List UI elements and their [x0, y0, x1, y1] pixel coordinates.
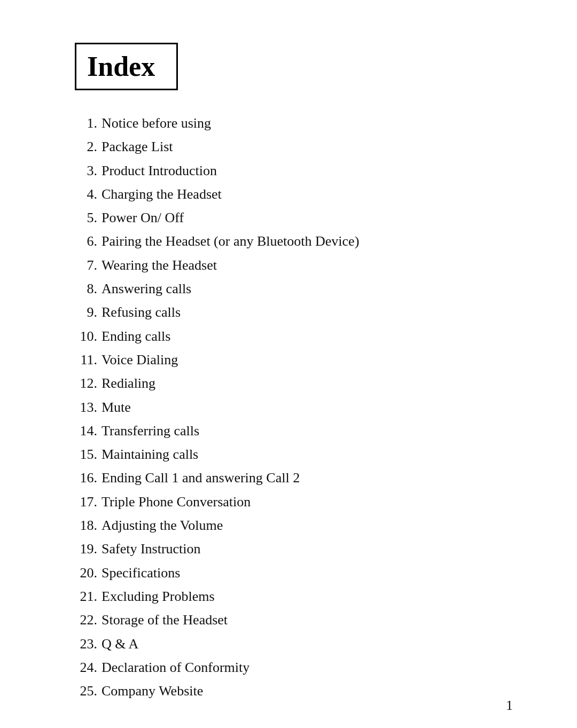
- list-item: 10.Ending calls: [75, 325, 513, 348]
- item-text: Package List: [102, 136, 173, 158]
- list-item: 15.Maintaining calls: [75, 443, 513, 466]
- item-number: 23.: [75, 633, 97, 655]
- item-number: 2.: [75, 136, 97, 158]
- list-item: 9.Refusing calls: [75, 301, 513, 324]
- index-list: 1.Notice before using2.Package List3.Pro…: [75, 112, 513, 703]
- item-number: 19.: [75, 538, 97, 560]
- item-text: Adjusting the Volume: [102, 515, 223, 536]
- item-text: Mute: [102, 397, 131, 418]
- list-item: 1.Notice before using: [75, 112, 513, 135]
- item-number: 7.: [75, 255, 97, 276]
- item-text: Wearing the Headset: [102, 255, 217, 276]
- item-text: Charging the Headset: [102, 184, 222, 205]
- item-number: 21.: [75, 586, 97, 607]
- list-item: 16.Ending Call 1 and answering Call 2: [75, 466, 513, 490]
- list-item: 18.Adjusting the Volume: [75, 514, 513, 537]
- item-number: 18.: [75, 515, 97, 536]
- item-number: 20.: [75, 562, 97, 584]
- item-text: Notice before using: [102, 113, 211, 134]
- item-text: Redialing: [102, 373, 155, 394]
- item-text: Power On/ Off: [102, 207, 184, 229]
- item-text: Product Introduction: [102, 160, 217, 182]
- list-item: 8.Answering calls: [75, 277, 513, 301]
- item-number: 25.: [75, 680, 97, 702]
- list-item: 22.Storage of the Headset: [75, 608, 513, 632]
- item-text: Maintaining calls: [102, 444, 198, 465]
- list-item: 11.Voice Dialing: [75, 348, 513, 372]
- item-number: 15.: [75, 444, 97, 465]
- item-number: 9.: [75, 302, 97, 323]
- list-item: 7.Wearing the Headset: [75, 254, 513, 277]
- item-text: Excluding Problems: [102, 586, 215, 607]
- item-text: Safety Instruction: [102, 538, 201, 560]
- item-number: 24.: [75, 657, 97, 678]
- list-item: 6.Pairing the Headset (or any Bluetooth …: [75, 230, 513, 253]
- item-number: 5.: [75, 207, 97, 229]
- item-number: 8.: [75, 278, 97, 300]
- item-number: 22.: [75, 609, 97, 631]
- list-item: 13.Mute: [75, 396, 513, 419]
- list-item: 4.Charging the Headset: [75, 183, 513, 206]
- list-item: 12.Redialing: [75, 372, 513, 395]
- item-text: Q & A: [102, 633, 138, 655]
- page-number: 1: [506, 698, 513, 714]
- item-text: Pairing the Headset (or any Bluetooth De…: [102, 231, 359, 252]
- item-number: 12.: [75, 373, 97, 394]
- item-text: Declaration of Conformity: [102, 657, 249, 678]
- item-number: 14.: [75, 420, 97, 442]
- item-text: Company Website: [102, 680, 203, 702]
- page-title: Index: [87, 51, 155, 82]
- list-item: 24.Declaration of Conformity: [75, 656, 513, 679]
- list-item: 17.Triple Phone Conversation: [75, 490, 513, 514]
- item-number: 6.: [75, 231, 97, 252]
- index-title-box: Index: [75, 43, 178, 90]
- list-item: 21.Excluding Problems: [75, 585, 513, 608]
- item-text: Specifications: [102, 562, 180, 584]
- item-text: Transferring calls: [102, 420, 199, 442]
- item-text: Answering calls: [102, 278, 191, 300]
- item-number: 13.: [75, 397, 97, 418]
- item-number: 3.: [75, 160, 97, 182]
- item-text: Storage of the Headset: [102, 609, 228, 631]
- item-number: 4.: [75, 184, 97, 205]
- list-item: 2.Package List: [75, 135, 513, 159]
- item-text: Ending Call 1 and answering Call 2: [102, 467, 300, 489]
- list-item: 23.Q & A: [75, 632, 513, 656]
- list-item: 5.Power On/ Off: [75, 206, 513, 230]
- list-item: 14.Transferring calls: [75, 419, 513, 443]
- item-text: Ending calls: [102, 326, 170, 347]
- item-number: 17.: [75, 491, 97, 513]
- list-item: 19.Safety Instruction: [75, 537, 513, 561]
- item-number: 11.: [75, 349, 97, 371]
- list-item: 25.Company Website: [75, 679, 513, 703]
- item-text: Voice Dialing: [102, 349, 178, 371]
- item-number: 16.: [75, 467, 97, 489]
- item-text: Triple Phone Conversation: [102, 491, 251, 513]
- list-item: 20.Specifications: [75, 561, 513, 585]
- item-number: 10.: [75, 326, 97, 347]
- item-number: 1.: [75, 113, 97, 134]
- list-item: 3.Product Introduction: [75, 159, 513, 183]
- item-text: Refusing calls: [102, 302, 181, 323]
